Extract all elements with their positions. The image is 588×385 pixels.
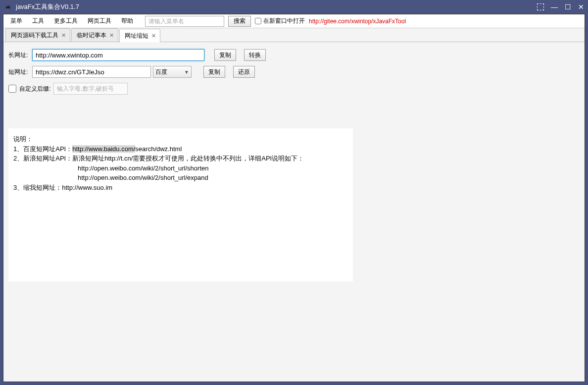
- close-icon[interactable]: ✕: [151, 33, 156, 39]
- close-icon[interactable]: ✕: [61, 32, 66, 39]
- info-line-2: 2、新浪短网址API：新浪短网址http://t.cn/需要授权才可使用，此处转…: [13, 154, 348, 164]
- chevron-down-icon: ▼: [184, 69, 189, 75]
- provider-combo[interactable]: 百度 ▼: [153, 66, 192, 78]
- long-url-label: 长网址:: [8, 51, 32, 59]
- new-window-label: 在新窗口中打开: [263, 17, 305, 25]
- fullscreen-icon[interactable]: [537, 3, 544, 10]
- menu-item-more-tools[interactable]: 更多工具: [49, 15, 83, 27]
- menu-item-tools[interactable]: 工具: [27, 15, 49, 27]
- minimize-icon[interactable]: —: [551, 3, 558, 11]
- menubar: 菜单 工具 更多工具 网页工具 帮助 搜索 在新窗口中打开 http://git…: [3, 14, 585, 28]
- short-url-row: 短网址: 百度 ▼ 复制 还原: [8, 66, 580, 78]
- tab-url-shorten[interactable]: 网址缩短 ✕: [119, 29, 160, 42]
- tab-label: 网页源码下载工具: [11, 31, 58, 40]
- titlebar: javaFx工具集合V0.1.7 — ☐ ✕: [0, 0, 588, 14]
- copy-button-2[interactable]: 复制: [203, 66, 225, 78]
- short-url-label: 短网址:: [8, 68, 32, 76]
- content-area: 菜单 工具 更多工具 网页工具 帮助 搜索 在新窗口中打开 http://git…: [3, 14, 585, 382]
- window-title: javaFx工具集合V0.1.7: [16, 2, 537, 11]
- menu-item-web-tools[interactable]: 网页工具: [83, 15, 116, 27]
- menu-item-menu[interactable]: 菜单: [5, 15, 27, 27]
- copy-button[interactable]: 复制: [214, 49, 236, 61]
- highlighted-url[interactable]: http://www.baidu.com/: [72, 145, 135, 153]
- info-panel: 说明： 1、百度短网址API：http://www.baidu.com/sear…: [8, 128, 353, 281]
- restore-button[interactable]: 还原: [233, 66, 255, 78]
- long-url-row: 长网址: 复制 转换: [8, 49, 580, 61]
- provider-value: 百度: [155, 68, 167, 76]
- info-line-3: 3、缩我短网址：http://www.suo.im: [13, 183, 348, 193]
- suffix-checkbox[interactable]: [8, 85, 16, 93]
- info-line-2a: http://open.weibo.com/wiki/2/short_url/s…: [13, 164, 348, 173]
- short-url-input[interactable]: [32, 66, 151, 78]
- long-url-input[interactable]: [32, 49, 204, 61]
- close-icon[interactable]: ✕: [578, 3, 584, 11]
- menu-search-input[interactable]: [145, 16, 224, 27]
- tab-webpage-source[interactable]: 网页源码下载工具 ✕: [5, 28, 70, 42]
- tabs: 网页源码下载工具 ✕ 临时记事本 ✕ 网址缩短 ✕: [3, 28, 585, 42]
- tab-notepad[interactable]: 临时记事本 ✕: [71, 28, 118, 42]
- suffix-row: 自定义后缀:: [8, 83, 580, 95]
- suffix-label: 自定义后缀:: [19, 85, 50, 93]
- search-button[interactable]: 搜索: [228, 16, 251, 27]
- info-header: 说明：: [13, 134, 348, 144]
- project-link[interactable]: http://gitee.com/xwintop/xJavaFxTool: [309, 18, 406, 25]
- convert-button[interactable]: 转换: [244, 49, 266, 61]
- new-window-checkbox[interactable]: [255, 18, 261, 24]
- close-icon[interactable]: ✕: [109, 32, 114, 39]
- menu-item-help[interactable]: 帮助: [116, 15, 138, 27]
- suffix-input[interactable]: [53, 83, 128, 95]
- info-line-1: 1、百度短网址API：http://www.baidu.com/search/d…: [13, 144, 348, 154]
- tab-label: 临时记事本: [77, 31, 106, 40]
- tool-body: 长网址: 复制 转换 短网址: 百度 ▼ 复制 还原 自定义后缀: 说明： 1、…: [3, 42, 585, 288]
- new-window-checkbox-wrap[interactable]: 在新窗口中打开: [255, 17, 305, 25]
- maximize-icon[interactable]: ☐: [565, 3, 571, 11]
- app-icon: [4, 3, 12, 11]
- tab-label: 网址缩短: [125, 32, 148, 40]
- window-controls: — ☐ ✕: [537, 3, 584, 11]
- info-line-2b: http://open.weibo.com/wiki/2/short_url/e…: [13, 173, 348, 183]
